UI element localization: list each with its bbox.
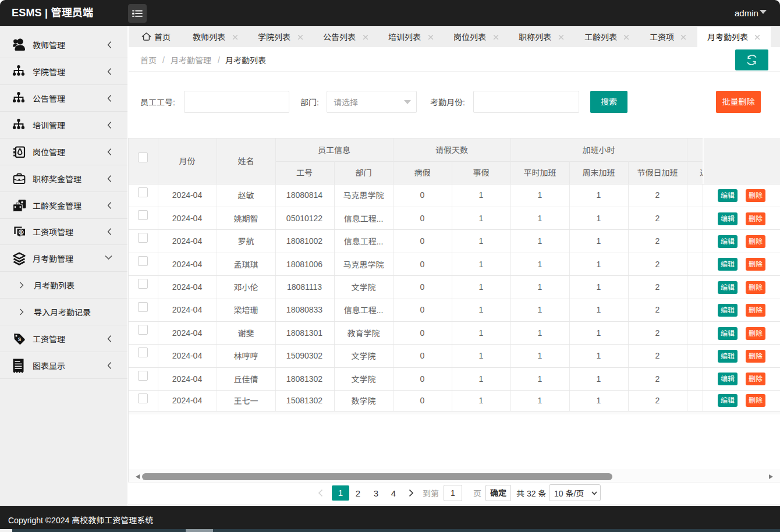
svg-text:$: $ [20,230,23,235]
svg-text:s: s [18,336,22,342]
